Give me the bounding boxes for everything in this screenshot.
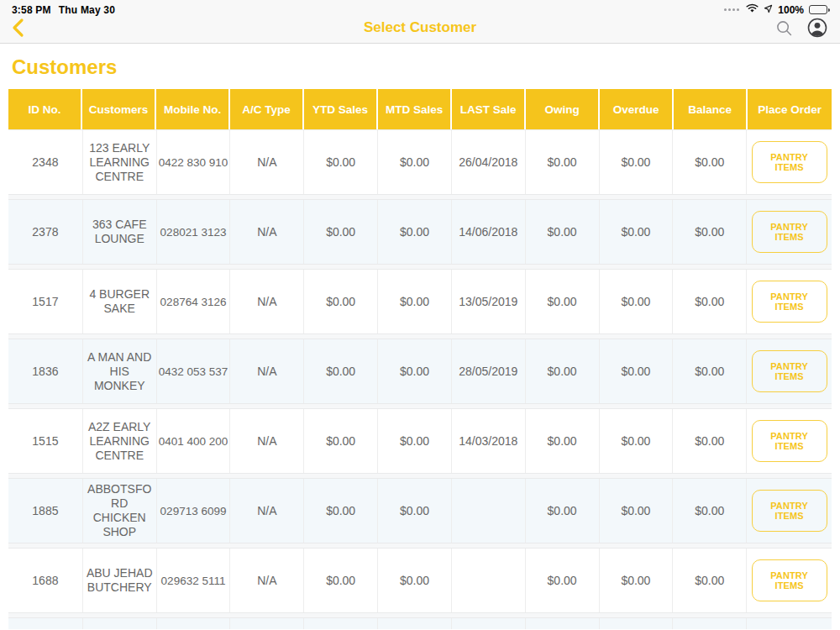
back-button[interactable] <box>12 17 37 39</box>
status-time: 3:58 PM <box>12 4 51 16</box>
cell-mtd-sales: $0.00 <box>377 130 451 194</box>
back-chevron-icon <box>12 18 24 38</box>
cell-mobile: 028021 3123 <box>156 200 230 264</box>
cell-last-sale <box>451 618 525 629</box>
cell-balance: $0.00 <box>672 409 746 473</box>
table-header-cell: ID No. <box>8 89 81 129</box>
table-row[interactable]: 1688 ABU JEHAD BUTCHERY 029632 5111 N/A … <box>8 548 832 613</box>
table-header-cell: Balance <box>674 89 746 129</box>
profile-icon <box>807 18 827 38</box>
table-row[interactable]: 1517 4 BURGER SAKE 028764 3126 N/A $0.00… <box>8 269 832 334</box>
cell-balance <box>672 618 746 629</box>
cell-ytd-sales: $0.00 <box>303 479 377 543</box>
cell-last-sale: 26/04/2018 <box>451 130 525 194</box>
table-row[interactable]: 2348 123 EARLY LEARNING CENTRE 0422 830 … <box>8 129 832 195</box>
cell-customer-name: ABU JEHAD BUTCHERY <box>82 549 156 612</box>
cell-ac-type: N/A <box>229 479 303 543</box>
cell-ytd-sales: $0.00 <box>303 270 377 333</box>
cell-customer-name: A2Z EARLY LEARNING CENTRE <box>82 409 156 473</box>
table-header-cell: LAST Sale <box>452 89 524 129</box>
cell-balance: $0.00 <box>672 339 746 403</box>
cell-ytd-sales: $0.00 <box>303 549 377 612</box>
search-icon <box>775 19 793 37</box>
table-header-row: ID No.CustomersMobile No.A/C TypeYTD Sal… <box>8 89 832 129</box>
cell-overdue: $0.00 <box>599 270 673 333</box>
cell-place-order: PANTRY ITEMS <box>746 339 832 403</box>
cell-balance: $0.00 <box>672 130 746 194</box>
table-header-cell: YTD Sales <box>304 89 376 129</box>
cell-id: 1836 <box>8 339 82 403</box>
cell-mobile: 029713 6099 <box>156 479 230 543</box>
place-order-button[interactable]: PANTRY ITEMS <box>752 559 827 601</box>
cell-customer-name: 363 CAFE LOUNGE <box>82 200 156 264</box>
cell-overdue: $0.00 <box>599 130 673 194</box>
cell-customer-name: 4 BURGER SAKE <box>82 270 156 333</box>
cell-owing: $0.00 <box>525 200 599 264</box>
cell-owing: $0.00 <box>525 479 599 543</box>
cell-ytd-sales: $0.00 <box>303 200 377 264</box>
navigation-bar: Select Customer <box>0 18 840 43</box>
cell-mtd-sales: $0.00 <box>377 479 451 543</box>
cell-last-sale: 14/06/2018 <box>451 200 525 264</box>
profile-button[interactable] <box>806 17 828 39</box>
table-row[interactable]: 1885 ABBOTSFORD CHICKEN SHOP 029713 6099… <box>8 478 832 543</box>
cell-place-order: PANTRY ITEMS <box>746 479 832 543</box>
place-order-button[interactable]: PANTRY ITEMS <box>752 420 827 462</box>
cell-last-sale: 14/03/2018 <box>451 409 525 473</box>
page-title: Select Customer <box>0 19 840 36</box>
cell-place-order: PANTRY ITEMS <box>746 270 832 333</box>
cell-owing: $0.00 <box>525 409 599 473</box>
cell-balance: $0.00 <box>672 270 746 333</box>
place-order-button[interactable]: PANTRY ITEMS <box>752 211 827 253</box>
cell-last-sale: 28/05/2019 <box>451 339 525 403</box>
table-header-cell: Customers <box>82 89 155 129</box>
cell-mobile: 0432 053 537 <box>156 339 230 403</box>
cell-id <box>8 618 82 629</box>
cell-id: 1517 <box>8 270 82 333</box>
table-header-cell: A/C Type <box>230 89 302 129</box>
place-order-button[interactable]: PANTRY ITEMS <box>752 141 827 183</box>
cell-owing: $0.00 <box>525 270 599 333</box>
cell-balance: $0.00 <box>672 200 746 264</box>
cell-mobile: 029632 5111 <box>156 549 230 612</box>
cell-mobile: 028764 3126 <box>156 270 230 333</box>
cellular-signal-icon <box>724 8 739 11</box>
battery-percent: 100% <box>778 4 804 16</box>
customers-table: ID No.CustomersMobile No.A/C TypeYTD Sal… <box>8 89 832 629</box>
cell-overdue: $0.00 <box>599 339 673 403</box>
cell-mtd-sales: $0.00 <box>377 270 451 333</box>
cell-mobile: 0422 830 910 <box>156 130 230 194</box>
cell-place-order: PANTRY ITEMS <box>746 409 832 473</box>
cell-customer-name: ABBOTSFORD CHICKEN SHOP <box>82 479 156 543</box>
cell-place-order: PANTRY ITEMS <box>746 130 832 194</box>
cell-mtd-sales: $0.00 <box>377 339 451 403</box>
cell-mobile: 0401 400 200 <box>156 409 230 473</box>
place-order-button[interactable]: PANTRY ITEMS <box>752 281 827 323</box>
cell-customer-name <box>82 618 156 629</box>
section-heading: Customers <box>0 44 840 89</box>
cell-mtd-sales: $0.00 <box>377 200 451 264</box>
place-order-button[interactable]: PANTRY ITEMS <box>752 490 827 532</box>
cell-ytd-sales: $0.00 <box>303 339 377 403</box>
cell-mtd-sales: $0.00 <box>377 549 451 612</box>
cell-last-sale: 13/05/2019 <box>451 270 525 333</box>
cell-ytd-sales: $0.00 <box>303 409 377 473</box>
table-row[interactable]: 1836 A MAN AND HIS MONKEY 0432 053 537 N… <box>8 339 832 404</box>
table-row[interactable]: 2378 363 CAFE LOUNGE 028021 3123 N/A $0.… <box>8 199 832 265</box>
cell-id: 1688 <box>8 549 82 612</box>
cell-id: 2348 <box>8 130 82 194</box>
cell-ac-type: N/A <box>229 409 303 473</box>
cell-owing: $0.00 <box>525 339 599 403</box>
cell-balance: $0.00 <box>672 549 746 612</box>
cell-id: 1515 <box>8 409 82 473</box>
cell-overdue: $0.00 <box>599 549 673 612</box>
cell-mtd-sales <box>377 618 451 629</box>
table-header-cell: Mobile No. <box>156 89 228 129</box>
place-order-button[interactable]: PANTRY ITEMS <box>752 350 827 392</box>
cell-ytd-sales: $0.00 <box>303 130 377 194</box>
table-row[interactable]: 1515 A2Z EARLY LEARNING CENTRE 0401 400 … <box>8 408 832 474</box>
cell-overdue: $0.00 <box>599 479 673 543</box>
cell-ytd-sales <box>303 618 377 629</box>
cell-balance: $0.00 <box>672 479 746 543</box>
search-button[interactable] <box>773 17 795 39</box>
